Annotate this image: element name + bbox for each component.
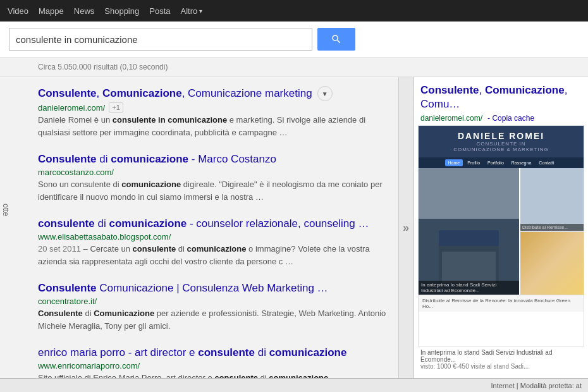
result-snippet-1: Daniele Romei è un consulente in comunic…: [38, 114, 389, 138]
status-bar: Internet | Modalità protetta: at: [0, 378, 588, 392]
result-snippet-2: Sono un consulente di comunicazione digi…: [38, 178, 389, 203]
website-preview: DANIELE ROMEI CONSULENTE INCOMUNICAZIONE…: [418, 125, 584, 346]
results-count-text: Circa 5.050.000 risultati (0,10 secondi): [38, 63, 168, 71]
result-item-1: Consulente, Comunicazione, Comunicazione…: [38, 86, 389, 138]
result-item-4: Consulente Comunicazione | Consulenza We…: [38, 281, 389, 332]
result-url-line-1: danieleromei.com/ +1: [38, 102, 389, 113]
result-item-5: enrico maria porro - art director e cons…: [38, 346, 389, 378]
expand-icon: ▼: [322, 90, 328, 97]
right-panel-extra-text: In anteprima lo stand Sadi Servizi Indus…: [414, 346, 588, 372]
result-title-3[interactable]: consulente di comunicazione - counselor …: [38, 217, 369, 230]
nav-shopping[interactable]: Shopping: [104, 6, 139, 16]
right-panel-title[interactable]: Consulente, Comunicazione, Comu…: [414, 77, 588, 113]
result-title-1[interactable]: Consulente, Comunicazione, Comunicazione…: [38, 87, 312, 101]
result-item-3: consulente di comunicazione - counselor …: [38, 217, 389, 267]
left-partial-text: otte: [0, 202, 11, 217]
nav-video[interactable]: Video: [8, 6, 28, 16]
sim-site-tagline: CONSULENTE INCOMUNICAZIONE & MARKETING: [425, 141, 577, 152]
sim-nav-profilo: Profilo: [464, 159, 483, 166]
main-content: Consulente, Comunicazione, Comunicazione…: [0, 77, 588, 378]
search-button[interactable]: [317, 28, 355, 51]
result-url-4: concentratore.it/: [38, 297, 97, 306]
sim-nav-rassegna: Rassegna: [508, 159, 535, 166]
altro-label: Altro: [180, 6, 197, 16]
search-input[interactable]: [9, 28, 312, 51]
result-url-1: danieleromei.com/: [38, 103, 105, 113]
right-panel: Consulente, Comunicazione, Comu… daniele…: [413, 77, 588, 378]
top-navigation-bar: Video Mappe News Shopping Posta Altro ▾: [0, 0, 588, 21]
sim-nav: Home Profilo Portfolio Rassegna Contatti: [419, 157, 584, 168]
result-url-5: www.enricomariaporro.com/: [38, 361, 140, 371]
panel-expand-divider: »: [398, 77, 413, 378]
nav-mappe[interactable]: Mappe: [39, 6, 64, 16]
search-results-list: Consulente, Comunicazione, Comunicazione…: [0, 77, 398, 378]
dropdown-arrow-icon: ▾: [199, 8, 202, 15]
status-bar-text: Internet | Modalità protetta: at: [491, 382, 582, 389]
sim-nav-portfolio: Portfolio: [484, 159, 507, 166]
sim-right-image-1: Distribute ai Remisse...: [520, 168, 584, 231]
sim-main-image: In anteprima lo stand Sadi Servizi Indus…: [419, 168, 520, 295]
nav-news[interactable]: News: [74, 6, 95, 16]
result-snippet-5: Sito ufficiale di Enrico Maria Porro, ar…: [38, 372, 389, 378]
panel-expand-button[interactable]: »: [403, 221, 409, 235]
sim-right-image-2: [520, 232, 584, 295]
results-info: Circa 5.050.000 risultati (0,10 secondi): [0, 58, 588, 77]
result-url-2: marcocostanzo.com/: [38, 168, 114, 177]
result-url-line-4: concentratore.it/: [38, 297, 389, 306]
result-item-2: Consulente di comunicazione - Marco Cost…: [38, 152, 389, 203]
sim-nav-contatti: Contatti: [536, 159, 557, 166]
right-panel-cache-link[interactable]: - Copia cache: [487, 114, 534, 123]
nav-altro-dropdown[interactable]: Altro ▾: [180, 6, 202, 16]
cache-badge-1[interactable]: +1: [109, 102, 123, 113]
search-icon: [331, 34, 342, 45]
result-url-line-5: www.enricomariaporro.com/: [38, 361, 389, 371]
sim-nav-home: Home: [445, 159, 463, 166]
sim-right-images: Distribute ai Remisse...: [520, 168, 584, 295]
result-snippet-3: 20 set 2011 – Cercate un consulente di c…: [38, 243, 389, 267]
expand-result-1-button[interactable]: ▼: [317, 86, 333, 101]
result-snippet-4: Consulente di Comunicazione per aziende …: [38, 307, 389, 332]
result-title-5[interactable]: enrico maria porro - art director e cons…: [38, 346, 346, 358]
sim-caption-left: In anteprima lo stand Sadi Servizi Indus…: [419, 281, 519, 295]
sim-images-row: In anteprima lo stand Sadi Servizi Indus…: [419, 168, 584, 295]
nav-posta[interactable]: Posta: [149, 6, 170, 16]
sim-site-header: DANIELE ROMEI CONSULENTE INCOMUNICAZIONE…: [419, 126, 584, 157]
result-url-line-2: marcocostanzo.com/: [38, 168, 389, 177]
search-bar-area: [0, 21, 588, 58]
result-title-4[interactable]: Consulente Comunicazione | Consulenza We…: [38, 282, 328, 294]
result-url-3: www.elisabettasabato.blogspot.com/: [38, 232, 171, 242]
sim-site-name: DANIELE ROMEI: [425, 131, 577, 141]
right-panel-url-line: danieleromei.com/ - Copia cache: [414, 113, 588, 125]
result-url-line-3: www.elisabettasabato.blogspot.com/: [38, 232, 389, 242]
sim-bottom-strip: Distribuite al Remisse de la Renouée: la…: [419, 295, 584, 312]
result-title-2[interactable]: Consulente di comunicazione - Marco Cost…: [38, 153, 276, 165]
right-panel-url: danieleromei.com/: [420, 114, 482, 123]
